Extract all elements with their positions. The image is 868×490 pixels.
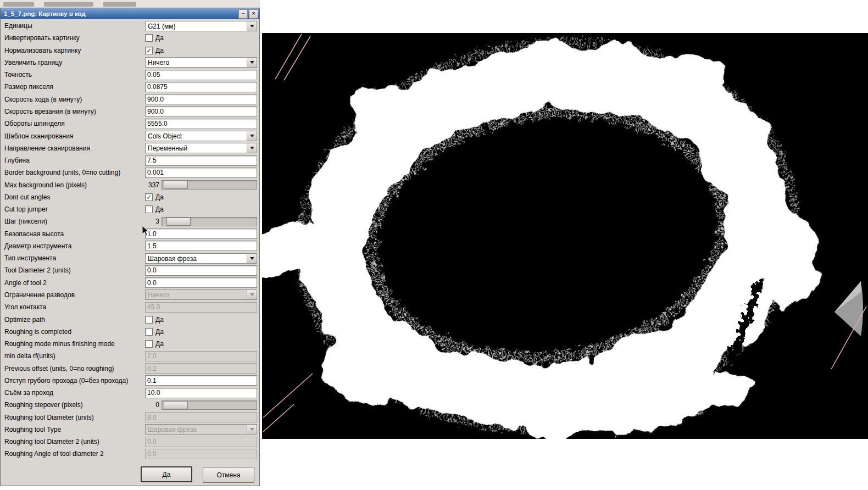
text-input[interactable] [145, 94, 257, 104]
dropdown[interactable]: Cols Object [145, 131, 257, 141]
text-input[interactable] [145, 229, 257, 239]
slider[interactable] [162, 217, 257, 226]
slider-handle[interactable] [164, 181, 188, 189]
dropdown: Ничего [145, 289, 257, 300]
dialog-titlebar[interactable]: 1_5_7.png: Картинку в код ─ ✕ [1, 8, 259, 19]
checkbox-label: Да [155, 316, 164, 324]
text-input[interactable] [145, 119, 257, 129]
dropdown[interactable]: Ничего [145, 57, 257, 68]
field-label: Угол контакта [4, 303, 145, 311]
field-label: Безопасная высота [4, 230, 145, 238]
dropdown-value: Шаровая фреза [146, 254, 247, 263]
text-input [145, 363, 257, 374]
field-label: Съём за проход [4, 389, 145, 397]
checkbox-label: Да [155, 340, 164, 348]
checkbox-label: Да [155, 34, 164, 42]
close-button[interactable]: ✕ [249, 9, 258, 19]
form-row-3: Увеличить границуНичего [1, 57, 259, 69]
slider[interactable] [162, 400, 257, 410]
checkbox[interactable] [145, 34, 153, 42]
chevron-down-icon [247, 58, 257, 67]
form-row-17: Безопасная высота [1, 228, 259, 240]
form-row-13: Max background len (pixels)337 [1, 179, 259, 191]
form-row-18: Диаметр инструмента [1, 240, 259, 252]
checkbox[interactable] [145, 205, 153, 213]
dropdown[interactable]: Переменный [145, 143, 257, 153]
chevron-down-icon [247, 254, 257, 263]
field-label: Previous offset (units, 0=no roughing) [4, 365, 145, 372]
field-label: Глубина [4, 157, 145, 164]
text-input[interactable] [145, 106, 257, 116]
field-label: Инвертировать картинку [4, 34, 145, 42]
checkbox[interactable]: ✓ [145, 193, 153, 201]
form-row-7: Скорость врезания (в минуту) [1, 105, 259, 118]
checkbox-label: Да [155, 205, 164, 213]
field-label: Roughing Angle of tool diameter 2 [4, 450, 145, 458]
text-input[interactable] [145, 277, 257, 288]
form-row-19: Тип инструментаШаровая фреза [1, 252, 259, 264]
text-input[interactable] [145, 388, 257, 398]
dropdown-value: G21 (мм) [146, 21, 247, 31]
form-row-10: Направление сканированияПеременный [1, 142, 259, 154]
form-row-26: Roughing mode minus finishing modeДа [1, 338, 259, 350]
field-label: Roughing stepover (pixels) [4, 401, 145, 409]
text-input[interactable] [145, 375, 257, 386]
text-input[interactable] [145, 70, 257, 80]
checkbox-label: Да [155, 47, 164, 54]
form-row-12: Border background (units, 0=no cutting) [1, 166, 259, 179]
dropdown[interactable]: Шаровая фреза [145, 253, 257, 264]
field-label: Dont cut angles [4, 193, 145, 201]
form-row-25: Roughing is completedДа [1, 326, 259, 338]
field-label: Скорость врезания (в минуту) [4, 108, 145, 115]
checkbox[interactable] [145, 340, 153, 348]
text-input[interactable] [145, 265, 257, 276]
text-input[interactable] [145, 241, 257, 251]
chevron-down-icon [247, 131, 257, 141]
form-row-27: min delta rf(units) [1, 350, 259, 362]
slider[interactable] [162, 180, 257, 190]
field-label: Cut top jumper [4, 205, 145, 213]
dropdown-value: Ничего [146, 58, 247, 67]
form-row-16: Шаг (пиксели)3 [1, 215, 259, 227]
slider-handle[interactable] [164, 401, 188, 409]
form-row-4: Точность [1, 69, 259, 81]
field-label: Шаг (пиксели) [4, 218, 145, 225]
ok-button[interactable]: Да [141, 466, 192, 482]
background-window-sliver [0, 0, 260, 8]
slider-handle[interactable] [166, 218, 191, 226]
field-label: Отступ грубого прохода (0=без прохода) [4, 377, 145, 385]
text-input[interactable] [145, 168, 257, 178]
form-row-20: Tool Diameter 2 (units) [1, 264, 259, 276]
checkbox[interactable] [145, 316, 153, 324]
text-input [145, 437, 257, 447]
checkbox-label: Да [155, 193, 164, 201]
form-rows: ЕдиницыG21 (мм)Инвертировать картинкуДаН… [1, 20, 259, 460]
dropdown-value: Cols Object [146, 131, 247, 141]
field-label: Max background len (pixels) [4, 181, 145, 189]
checkbox[interactable]: ✓ [145, 47, 153, 54]
form-row-9: Шаблон сканированияCols Object [1, 130, 259, 142]
preview-canvas[interactable] [262, 33, 868, 439]
field-label: Border background (units, 0=no cutting) [4, 169, 145, 176]
chevron-down-icon [247, 143, 257, 153]
text-input[interactable] [145, 155, 257, 166]
background-text-fragment [103, 2, 136, 7]
slider-value: 0 [145, 401, 159, 409]
dropdown[interactable]: G21 (мм) [145, 21, 257, 31]
text-input[interactable] [145, 82, 257, 92]
form-row-1: Инвертировать картинкуДа [1, 32, 259, 44]
checkbox[interactable] [145, 328, 153, 336]
form-row-6: Скорость хода (в минуту) [1, 93, 259, 105]
form-row-24: Optimize pathДа [1, 313, 259, 325]
field-label: Angle of tool 2 [4, 279, 145, 287]
field-label: Roughing is completed [4, 328, 145, 336]
slider-value: 337 [145, 181, 159, 189]
field-label: Единицы [4, 22, 145, 30]
form-row-11: Глубина [1, 154, 259, 166]
field-label: Roughing tool Type [4, 426, 145, 433]
field-label: Скорость хода (в минуту) [4, 96, 145, 103]
form-row-33: Roughing tool TypeШаровая фреза [1, 424, 259, 436]
minimize-button[interactable]: ─ [238, 9, 248, 19]
text-input [145, 449, 257, 459]
cancel-button[interactable]: Отмена [203, 467, 254, 483]
